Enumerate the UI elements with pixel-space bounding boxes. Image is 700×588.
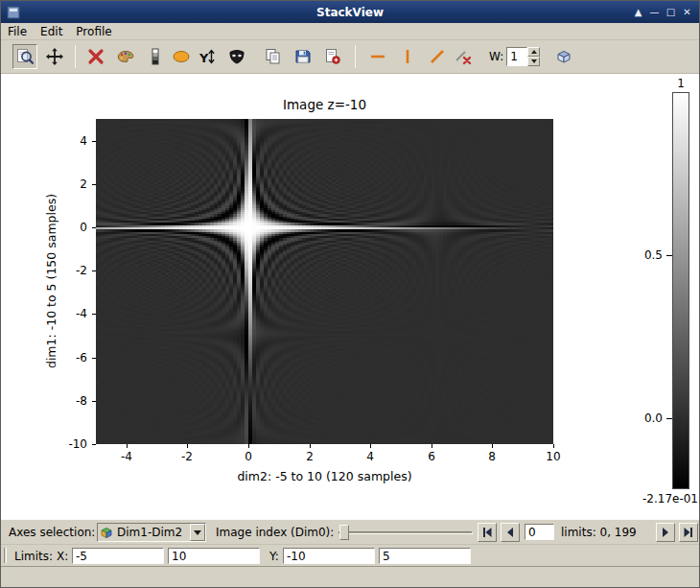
plot-area: Image z=-10 -4-20246810 420-2-4-6-8-10 d… [1, 74, 700, 519]
menu-item-edit[interactable]: Edit [34, 24, 69, 39]
chevron-down-icon [194, 530, 201, 535]
x-tick-label: -4 [121, 450, 132, 463]
profile-horizontal-button[interactable] [365, 44, 390, 69]
x-tick-label: -2 [181, 450, 193, 463]
next-frame-button[interactable] [656, 523, 675, 542]
x-axis: -4-20246810 [96, 444, 553, 469]
titlebar[interactable]: StackView ▲ — □ ✕ [1, 1, 699, 23]
y-tick-mark [92, 270, 96, 271]
y-tick-mark [92, 444, 96, 445]
menubar: File Edit Profile [1, 23, 699, 40]
image-index-label: Image index (Dim0): [216, 526, 334, 539]
frame-index-input[interactable] [525, 524, 554, 540]
colorbar-icon [146, 47, 165, 66]
invert-y-axis-button[interactable]: Y [195, 44, 220, 69]
copy-button[interactable] [261, 44, 286, 69]
axes-selection-combo[interactable]: Dim1-Dim2 [97, 523, 206, 542]
x-tick-mark [432, 444, 432, 448]
first-frame-button[interactable] [478, 523, 497, 542]
last-frame-button[interactable] [679, 523, 698, 542]
minimize-button[interactable]: — [646, 4, 663, 20]
mask-tools-button[interactable] [224, 44, 249, 69]
x-tick-mark [127, 444, 128, 448]
y-tick-mark [92, 314, 96, 315]
profile-3d-button[interactable] [551, 44, 576, 69]
colorbar-tick-mark [666, 255, 672, 256]
slider-handle[interactable] [339, 525, 349, 540]
x-tick-mark [248, 444, 249, 448]
spin-down-button[interactable] [527, 57, 540, 66]
roi-button[interactable] [169, 44, 194, 69]
reset-zoom-button[interactable] [83, 44, 108, 69]
profile-width-spinbox[interactable] [506, 47, 540, 66]
limits-label: Limits: [14, 550, 53, 563]
dimensions-icon [100, 526, 113, 540]
slider-groove[interactable] [338, 531, 473, 534]
ellipse-icon [172, 47, 191, 66]
profile-width-label: W: [489, 50, 503, 63]
y-min-input[interactable] [283, 548, 375, 564]
cube-icon [554, 47, 573, 66]
profile-clear-button[interactable] [451, 44, 476, 69]
colorbar-tick-label: 0.0 [644, 412, 663, 425]
frame-limits-label: limits: 0, 199 [561, 526, 637, 539]
shade-button[interactable]: ▲ [630, 4, 646, 20]
print-button[interactable] [320, 44, 345, 69]
palette-icon [116, 47, 135, 66]
x-tick-label: 10 [546, 450, 560, 463]
colorbar-tick-mark [666, 418, 672, 419]
y-tick-label: 2 [80, 177, 87, 191]
x-tick-label: 6 [428, 450, 435, 463]
colorbar-gradient[interactable] [672, 92, 689, 489]
maximize-button[interactable]: □ [663, 4, 679, 20]
y-tick-mark [92, 227, 96, 228]
status-bar [1, 566, 699, 588]
horizontal-line-icon [368, 47, 387, 66]
colormap-button[interactable] [113, 44, 138, 69]
y-tick-label: -6 [76, 351, 87, 365]
combo-dropdown-button[interactable] [190, 524, 205, 541]
skip-to-start-icon [482, 527, 492, 538]
profile-width-input[interactable] [506, 47, 527, 66]
close-button[interactable]: ✕ [679, 4, 695, 20]
spin-up-button[interactable] [527, 47, 540, 57]
svg-text:Y: Y [198, 51, 209, 65]
vertical-line-icon [398, 47, 417, 66]
y-axis-label: dim1: -10 to 5 (150 samples) [44, 194, 58, 368]
y-max-input[interactable] [379, 548, 471, 564]
toolbar-separator [75, 45, 76, 68]
x-tick-mark [370, 444, 371, 448]
x-tick-label: 2 [306, 450, 314, 463]
window-icon [7, 6, 20, 19]
x-max-input[interactable] [168, 548, 260, 564]
toolbar: Y [1, 40, 699, 74]
menu-item-profile[interactable]: Profile [69, 24, 118, 39]
magnifier-icon [15, 47, 35, 66]
toolbar-separator [355, 45, 356, 68]
invert-y-axis-icon: Y [198, 47, 217, 66]
x-min-input[interactable] [72, 548, 164, 564]
stackview-window: StackView ▲ — □ ✕ File Edit Profile [0, 0, 700, 588]
skip-to-end-icon [684, 527, 693, 538]
save-icon [293, 47, 313, 66]
toolbar-grip[interactable] [4, 548, 7, 563]
menu-item-file[interactable]: File [1, 24, 34, 39]
previous-frame-button[interactable] [501, 523, 520, 542]
zoom-mode-button[interactable] [12, 44, 37, 69]
y-tick-label: 4 [80, 134, 87, 148]
red-x-icon [86, 47, 105, 66]
x-tick-label: 4 [366, 450, 374, 463]
y-tick-mark [92, 141, 96, 142]
y-tick-mark [92, 358, 96, 359]
copy-icon [264, 47, 283, 66]
y-tick-label: -4 [76, 307, 87, 320]
profile-vertical-button[interactable] [395, 44, 420, 69]
mask-icon [227, 47, 246, 66]
heatmap-image[interactable] [96, 119, 553, 444]
frame-slider[interactable] [338, 524, 473, 541]
colorbar-button[interactable] [143, 44, 168, 69]
pan-mode-button[interactable] [42, 44, 67, 69]
profile-line-button[interactable] [425, 44, 450, 69]
save-button[interactable] [291, 44, 315, 69]
chevron-down-icon [531, 59, 537, 63]
